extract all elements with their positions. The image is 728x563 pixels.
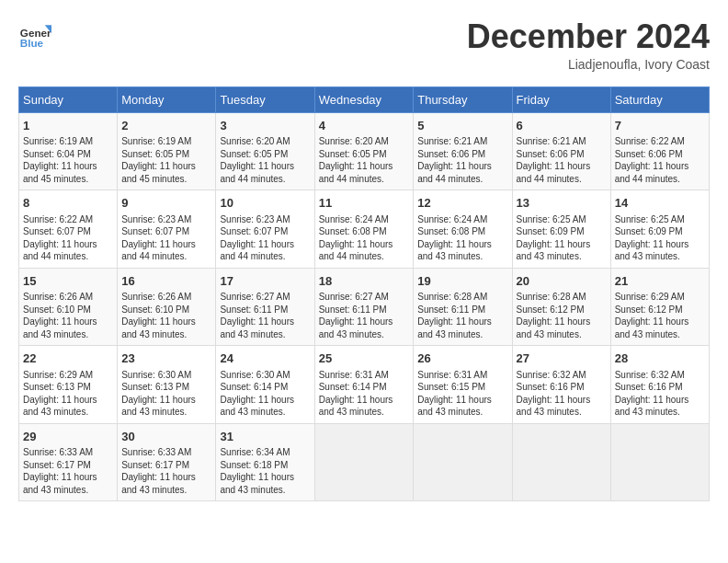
calendar-cell <box>610 423 709 501</box>
day-info: Sunrise: 6:27 AM Sunset: 6:11 PM Dayligh… <box>220 291 310 340</box>
day-number: 15 <box>23 273 113 290</box>
day-info: Sunrise: 6:23 AM Sunset: 6:07 PM Dayligh… <box>121 213 211 263</box>
day-header-friday: Friday <box>512 86 610 112</box>
day-number: 17 <box>220 273 310 290</box>
day-header-tuesday: Tuesday <box>216 86 314 112</box>
day-info: Sunrise: 6:20 AM Sunset: 6:05 PM Dayligh… <box>220 135 310 185</box>
day-number: 9 <box>121 195 211 212</box>
calendar-cell <box>314 423 414 501</box>
day-number: 28 <box>615 350 705 367</box>
day-info: Sunrise: 6:33 AM Sunset: 6:17 PM Dayligh… <box>121 446 211 496</box>
logo-icon: General Blue <box>18 18 51 52</box>
calendar-cell <box>414 423 512 501</box>
logo: General Blue <box>18 18 51 52</box>
day-info: Sunrise: 6:29 AM Sunset: 6:12 PM Dayligh… <box>615 291 705 340</box>
calendar-cell: 11Sunrise: 6:24 AM Sunset: 6:08 PM Dayli… <box>314 190 414 269</box>
day-number: 6 <box>517 118 607 134</box>
calendar-cell: 8Sunrise: 6:22 AM Sunset: 6:07 PM Daylig… <box>19 190 118 269</box>
day-info: Sunrise: 6:21 AM Sunset: 6:06 PM Dayligh… <box>517 135 607 185</box>
calendar-cell: 1Sunrise: 6:19 AM Sunset: 6:04 PM Daylig… <box>19 112 118 190</box>
calendar-cell: 9Sunrise: 6:23 AM Sunset: 6:07 PM Daylig… <box>118 190 216 269</box>
day-number: 4 <box>319 118 410 134</box>
calendar-cell: 19Sunrise: 6:28 AM Sunset: 6:11 PM Dayli… <box>414 268 512 346</box>
day-info: Sunrise: 6:31 AM Sunset: 6:15 PM Dayligh… <box>417 369 507 419</box>
day-number: 21 <box>615 273 705 290</box>
calendar-cell: 18Sunrise: 6:27 AM Sunset: 6:11 PM Dayli… <box>314 268 414 346</box>
calendar-cell: 7Sunrise: 6:22 AM Sunset: 6:06 PM Daylig… <box>610 112 709 190</box>
day-info: Sunrise: 6:30 AM Sunset: 6:14 PM Dayligh… <box>220 369 310 419</box>
day-number: 10 <box>220 195 310 212</box>
calendar-cell: 24Sunrise: 6:30 AM Sunset: 6:14 PM Dayli… <box>216 346 314 424</box>
calendar-cell: 4Sunrise: 6:20 AM Sunset: 6:05 PM Daylig… <box>314 112 414 190</box>
page-header: General Blue December 2024 Liadjenoufla,… <box>18 18 710 72</box>
calendar-cell: 10Sunrise: 6:23 AM Sunset: 6:07 PM Dayli… <box>216 190 314 269</box>
day-number: 30 <box>121 429 211 445</box>
day-number: 8 <box>23 195 113 212</box>
calendar-cell: 28Sunrise: 6:32 AM Sunset: 6:16 PM Dayli… <box>610 346 709 424</box>
calendar-cell: 3Sunrise: 6:20 AM Sunset: 6:05 PM Daylig… <box>216 112 314 190</box>
day-info: Sunrise: 6:30 AM Sunset: 6:13 PM Dayligh… <box>121 369 211 419</box>
calendar-cell: 14Sunrise: 6:25 AM Sunset: 6:09 PM Dayli… <box>610 190 709 269</box>
calendar-cell: 20Sunrise: 6:28 AM Sunset: 6:12 PM Dayli… <box>512 268 610 346</box>
day-number: 25 <box>319 350 410 367</box>
day-info: Sunrise: 6:32 AM Sunset: 6:16 PM Dayligh… <box>517 369 607 419</box>
day-info: Sunrise: 6:27 AM Sunset: 6:11 PM Dayligh… <box>319 291 410 340</box>
calendar-cell: 31Sunrise: 6:34 AM Sunset: 6:18 PM Dayli… <box>216 423 314 501</box>
calendar-cell: 22Sunrise: 6:29 AM Sunset: 6:13 PM Dayli… <box>19 346 118 424</box>
day-number: 31 <box>220 429 310 445</box>
day-number: 24 <box>220 350 310 367</box>
day-info: Sunrise: 6:23 AM Sunset: 6:07 PM Dayligh… <box>220 213 310 263</box>
calendar-table: SundayMondayTuesdayWednesdayThursdayFrid… <box>18 86 710 502</box>
day-info: Sunrise: 6:25 AM Sunset: 6:09 PM Dayligh… <box>517 213 607 263</box>
calendar-cell: 27Sunrise: 6:32 AM Sunset: 6:16 PM Dayli… <box>512 346 610 424</box>
day-info: Sunrise: 6:34 AM Sunset: 6:18 PM Dayligh… <box>220 446 310 496</box>
day-number: 22 <box>23 350 113 367</box>
day-info: Sunrise: 6:29 AM Sunset: 6:13 PM Dayligh… <box>23 369 113 419</box>
day-number: 26 <box>417 350 507 367</box>
calendar-week-3: 15Sunrise: 6:26 AM Sunset: 6:10 PM Dayli… <box>19 268 710 346</box>
calendar-cell: 15Sunrise: 6:26 AM Sunset: 6:10 PM Dayli… <box>19 268 118 346</box>
day-number: 29 <box>23 429 113 445</box>
day-info: Sunrise: 6:25 AM Sunset: 6:09 PM Dayligh… <box>615 213 705 263</box>
day-number: 23 <box>121 350 211 367</box>
calendar-week-4: 22Sunrise: 6:29 AM Sunset: 6:13 PM Dayli… <box>19 346 710 424</box>
day-info: Sunrise: 6:21 AM Sunset: 6:06 PM Dayligh… <box>417 135 507 185</box>
day-number: 27 <box>517 350 607 367</box>
day-number: 7 <box>615 118 705 134</box>
day-info: Sunrise: 6:22 AM Sunset: 6:07 PM Dayligh… <box>23 213 113 263</box>
svg-text:Blue: Blue <box>20 37 44 49</box>
calendar-week-1: 1Sunrise: 6:19 AM Sunset: 6:04 PM Daylig… <box>19 112 710 190</box>
calendar-cell: 26Sunrise: 6:31 AM Sunset: 6:15 PM Dayli… <box>414 346 512 424</box>
day-number: 14 <box>615 195 705 212</box>
calendar-cell: 30Sunrise: 6:33 AM Sunset: 6:17 PM Dayli… <box>118 423 216 501</box>
day-number: 5 <box>417 118 507 134</box>
calendar-header-row: SundayMondayTuesdayWednesdayThursdayFrid… <box>19 86 710 112</box>
day-info: Sunrise: 6:24 AM Sunset: 6:08 PM Dayligh… <box>319 213 410 263</box>
day-number: 11 <box>319 195 410 212</box>
day-number: 13 <box>517 195 607 212</box>
day-header-monday: Monday <box>118 86 216 112</box>
calendar-cell: 2Sunrise: 6:19 AM Sunset: 6:05 PM Daylig… <box>118 112 216 190</box>
day-info: Sunrise: 6:28 AM Sunset: 6:11 PM Dayligh… <box>417 291 507 340</box>
day-info: Sunrise: 6:22 AM Sunset: 6:06 PM Dayligh… <box>615 135 705 185</box>
day-info: Sunrise: 6:31 AM Sunset: 6:14 PM Dayligh… <box>319 369 410 419</box>
calendar-cell: 21Sunrise: 6:29 AM Sunset: 6:12 PM Dayli… <box>610 268 709 346</box>
day-number: 2 <box>121 118 211 134</box>
calendar-cell: 17Sunrise: 6:27 AM Sunset: 6:11 PM Dayli… <box>216 268 314 346</box>
title-block: December 2024 Liadjenoufla, Ivory Coast <box>467 18 710 72</box>
day-header-wednesday: Wednesday <box>314 86 414 112</box>
day-info: Sunrise: 6:19 AM Sunset: 6:05 PM Dayligh… <box>121 135 211 185</box>
day-info: Sunrise: 6:33 AM Sunset: 6:17 PM Dayligh… <box>23 446 113 496</box>
calendar-cell: 25Sunrise: 6:31 AM Sunset: 6:14 PM Dayli… <box>314 346 414 424</box>
day-info: Sunrise: 6:20 AM Sunset: 6:05 PM Dayligh… <box>319 135 410 185</box>
calendar-cell: 12Sunrise: 6:24 AM Sunset: 6:08 PM Dayli… <box>414 190 512 269</box>
day-header-thursday: Thursday <box>414 86 512 112</box>
day-info: Sunrise: 6:19 AM Sunset: 6:04 PM Dayligh… <box>23 135 113 185</box>
day-header-saturday: Saturday <box>610 86 709 112</box>
day-number: 16 <box>121 273 211 290</box>
month-year: December 2024 <box>467 18 710 55</box>
day-number: 18 <box>319 273 410 290</box>
day-info: Sunrise: 6:28 AM Sunset: 6:12 PM Dayligh… <box>517 291 607 340</box>
calendar-cell: 13Sunrise: 6:25 AM Sunset: 6:09 PM Dayli… <box>512 190 610 269</box>
day-number: 3 <box>220 118 310 134</box>
